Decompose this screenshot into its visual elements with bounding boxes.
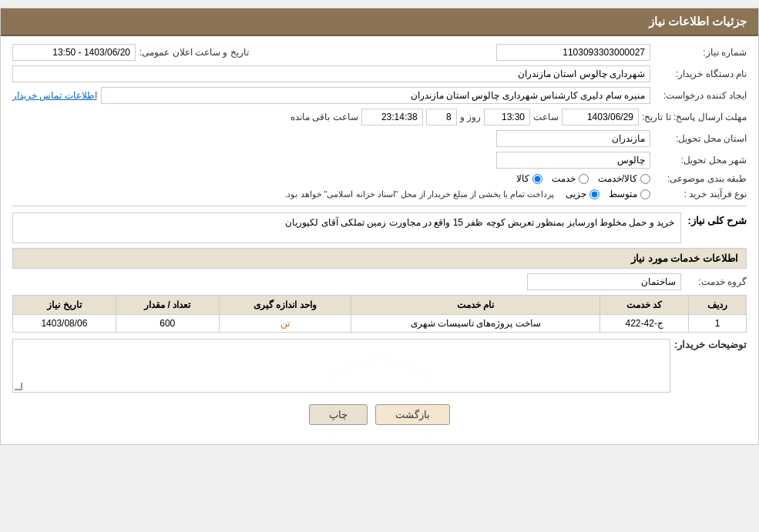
resize-handle bbox=[15, 383, 22, 390]
city-label: شهر محل تحویل: bbox=[654, 155, 747, 166]
category-khadamat-radio[interactable] bbox=[579, 174, 589, 184]
need-desc-row: شرح کلی نیاز: خرید و حمل مخلوط اورسایز ب… bbox=[12, 212, 747, 243]
group-row: گروه خدمت: ساختمان bbox=[12, 273, 747, 290]
province-label: استان محل تحویل: bbox=[654, 133, 747, 144]
category-label: طبقه بندی موضوعی: bbox=[654, 173, 747, 184]
print-button[interactable]: چاپ bbox=[309, 404, 368, 425]
publish-date-label: تاریخ و ساعت اعلان عمومی: bbox=[139, 47, 249, 58]
send-countdown-label: ساعت باقی مانده bbox=[291, 112, 358, 122]
buyer-org-label: نام دستگاه خریدار: bbox=[654, 69, 747, 79]
buyer-notes-label: توضیحات خریدار: bbox=[674, 339, 747, 350]
process-mottaset-radio[interactable] bbox=[640, 189, 650, 199]
creator-label: ایجاد کننده درخواست: bbox=[654, 90, 747, 101]
send-deadline-row: مهلت ارسال پاسخ: تا تاریخ: 1403/06/29 سا… bbox=[12, 109, 747, 125]
services-table: ردیف کد خدمت نام خدمت واحد اندازه گیری ت… bbox=[12, 295, 747, 333]
category-kala-khadamat-radio[interactable] bbox=[640, 174, 650, 184]
send-days-label: روز و bbox=[460, 112, 481, 122]
table-cell: 600 bbox=[116, 315, 219, 333]
services-section: اطلاعات خدمات مورد نیاز گروه خدمت: ساختم… bbox=[12, 248, 747, 333]
publish-date-value: 1403/06/20 - 13:50 bbox=[12, 44, 136, 61]
header-title: جزئیات اطلاعات نیاز bbox=[649, 15, 747, 28]
need-desc-value: خرید و حمل مخلوط اورسایز بمنظور تعریض کو… bbox=[12, 212, 681, 243]
buyer-org-row: نام دستگاه خریدار: شهرداری چالوس استان م… bbox=[12, 65, 747, 82]
need-desc-label: شرح کلی نیاز: bbox=[685, 212, 747, 226]
table-row: 1ج-42-422ساخت پروژه‌های تاسیسات شهریتن60… bbox=[13, 315, 747, 333]
process-jozei-option: جزیی bbox=[566, 189, 599, 199]
category-kala-khadamat-option: کالا/خدمت bbox=[598, 173, 650, 184]
buyer-notes-section: توضیحات خریدار: bbox=[12, 339, 747, 393]
table-cell: 1403/08/06 bbox=[13, 315, 116, 333]
process-mottaset-option: متوسط bbox=[609, 189, 650, 199]
table-header-row: ردیف کد خدمت نام خدمت واحد اندازه گیری ت… bbox=[13, 296, 747, 315]
category-kala-radio[interactable] bbox=[532, 174, 542, 184]
table-cell: ج-42-422 bbox=[600, 315, 689, 333]
creator-link[interactable]: اطلاعات تماس خریدار bbox=[12, 90, 97, 101]
buttons-row: بازگشت چاپ bbox=[12, 404, 747, 425]
col-code: کد خدمت bbox=[600, 296, 689, 315]
table-cell: تن bbox=[219, 315, 351, 333]
back-button[interactable]: بازگشت bbox=[375, 404, 450, 425]
creator-value: منیره سام دلیری کارشناس شهرداری چالوس اس… bbox=[101, 87, 650, 104]
category-kala-khadamat-label: کالا/خدمت bbox=[598, 173, 637, 184]
content-area: شماره نیاز: 1103093303000027 تاریخ و ساع… bbox=[1, 36, 758, 444]
divider-1 bbox=[12, 206, 747, 206]
province-row: استان محل تحویل: مازندران bbox=[12, 130, 747, 147]
col-row-num: ردیف bbox=[689, 296, 747, 315]
col-quantity: تعداد / مقدار bbox=[116, 296, 219, 315]
category-khadamat-label: خدمت bbox=[552, 173, 576, 184]
category-kala-option: کالا bbox=[516, 173, 542, 184]
need-number-row: شماره نیاز: 1103093303000027 تاریخ و ساع… bbox=[12, 44, 747, 61]
need-number-value: 1103093303000027 bbox=[496, 44, 650, 61]
col-date: تاریخ نیاز bbox=[13, 296, 116, 315]
group-label: گروه خدمت: bbox=[685, 276, 747, 287]
send-days: 8 bbox=[426, 109, 457, 125]
group-value: ساختمان bbox=[527, 273, 681, 290]
province-value: مازندران bbox=[496, 130, 650, 147]
process-jozei-radio[interactable] bbox=[589, 189, 599, 199]
send-date: 1403/06/29 bbox=[562, 109, 639, 125]
process-jozei-label: جزیی bbox=[566, 189, 586, 199]
process-note: پرداخت تمام یا بخشی از مبلغ خریدار از مح… bbox=[284, 189, 554, 199]
send-deadline-label: مهلت ارسال پاسخ: تا تاریخ: bbox=[642, 112, 747, 122]
col-name: نام خدمت bbox=[351, 296, 599, 315]
table-cell: 1 bbox=[689, 315, 747, 333]
table-cell: ساخت پروژه‌های تاسیسات شهری bbox=[351, 315, 599, 333]
page-header: جزئیات اطلاعات نیاز bbox=[1, 8, 758, 36]
send-time: 13:30 bbox=[484, 109, 530, 125]
buyer-org-value: شهرداری چالوس استان مازندران bbox=[12, 65, 650, 82]
services-title: اطلاعات خدمات مورد نیاز bbox=[12, 248, 747, 269]
page-wrapper: جزئیات اطلاعات نیاز شماره نیاز: 11030933… bbox=[0, 8, 759, 445]
city-value: چالوس bbox=[496, 152, 650, 169]
category-row: طبقه بندی موضوعی: کالا/خدمت خدمت کالا bbox=[12, 173, 747, 184]
need-number-label: شماره نیاز: bbox=[654, 47, 747, 58]
col-unit: واحد اندازه گیری bbox=[219, 296, 351, 315]
process-mottaset-label: متوسط bbox=[609, 189, 637, 199]
category-khadamat-option: خدمت bbox=[552, 173, 589, 184]
category-radio-group: کالا/خدمت خدمت کالا bbox=[516, 173, 650, 184]
city-row: شهر محل تحویل: چالوس bbox=[12, 152, 747, 169]
creator-row: ایجاد کننده درخواست: منیره سام دلیری کار… bbox=[12, 87, 747, 104]
process-label: نوع فرآیند خرید : bbox=[654, 189, 747, 199]
send-countdown: 23:14:38 bbox=[361, 109, 423, 125]
send-time-label: ساعت bbox=[533, 112, 559, 122]
category-kala-label: کالا bbox=[516, 173, 529, 184]
buyer-notes-box bbox=[12, 339, 670, 393]
process-radio-group: متوسط جزیی bbox=[566, 189, 650, 199]
process-row: نوع فرآیند خرید : متوسط جزیی پرداخت تمام… bbox=[12, 189, 747, 199]
